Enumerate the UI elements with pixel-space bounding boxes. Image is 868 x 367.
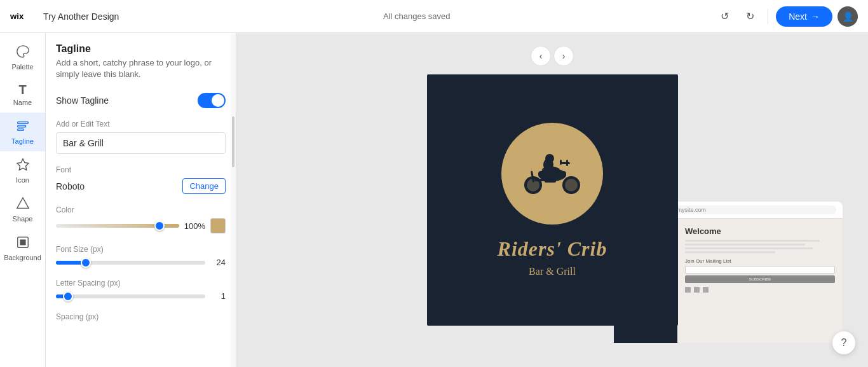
twitter-icon <box>694 287 700 293</box>
panel-description: Add a short, catchy phrase to your logo,… <box>56 57 226 80</box>
toggle-knob <box>212 94 224 107</box>
color-swatch[interactable] <box>210 218 226 233</box>
content-line-4 <box>685 251 775 253</box>
sidebar-name-label: Name <box>13 99 32 106</box>
sidebar-item-background[interactable]: Background <box>0 229 45 268</box>
font-section: Font Roboto Change <box>56 165 226 194</box>
website-welcome: Welcome <box>685 226 835 236</box>
panel-title: Tagline <box>56 43 226 55</box>
letter-spacing-fill <box>56 294 68 298</box>
all-changes-saved: All changes saved <box>383 11 451 21</box>
prev-arrow-icon: ‹ <box>539 51 543 61</box>
color-slider-thumb <box>154 221 165 231</box>
next-label: Next <box>789 11 807 22</box>
color-slider-track[interactable] <box>56 224 179 228</box>
header-divider <box>768 9 768 24</box>
letter-spacing-section: Letter Spacing (px) 1 <box>56 279 226 301</box>
color-label: Color <box>56 205 226 214</box>
sidebar-item-shape[interactable]: Shape <box>0 190 45 229</box>
show-tagline-toggle[interactable] <box>198 93 226 108</box>
subscribe-button-mock: SUBSCRIBE <box>685 275 835 283</box>
canvas-area: ‹ › <box>236 33 868 367</box>
brand-name: Riders' Crib <box>498 237 607 261</box>
font-size-value: 24 <box>210 258 226 267</box>
content-line-3 <box>685 247 813 249</box>
sidebar: Palette T Name Tagline Icon <box>0 33 46 367</box>
svg-rect-18 <box>534 179 546 181</box>
change-font-button[interactable]: Change <box>182 178 226 194</box>
letter-spacing-slider[interactable] <box>56 294 205 298</box>
sidebar-tagline-label: Tagline <box>11 137 34 145</box>
color-percent: 100% <box>184 221 205 231</box>
sidebar-item-palette[interactable]: Palette <box>0 38 45 77</box>
website-content: Welcome Join Our Mailing List SUBSCRIBE <box>677 219 843 343</box>
svg-rect-3 <box>17 129 23 131</box>
content-line-1 <box>685 240 820 242</box>
svg-point-21 <box>545 154 554 163</box>
color-section: Color 100% <box>56 205 226 233</box>
show-tagline-label: Show Tagline <box>56 95 109 106</box>
social-icons <box>685 287 835 293</box>
tagline-input[interactable] <box>56 132 226 154</box>
sidebar-item-name[interactable]: T Name <box>0 77 45 113</box>
logo-circle <box>501 123 603 225</box>
email-icon <box>703 287 709 293</box>
nav-arrows: ‹ › <box>531 46 574 66</box>
sidebar-item-icon[interactable]: Icon <box>0 151 45 190</box>
svg-rect-1 <box>17 122 28 124</box>
try-another-link[interactable]: Try Another Design <box>43 11 119 22</box>
next-button[interactable]: Next → <box>776 6 832 27</box>
wix-logo: wix <box>10 10 33 23</box>
svg-point-10 <box>565 179 578 191</box>
undo-button[interactable]: ↺ <box>714 6 735 27</box>
letter-spacing-thumb <box>63 291 73 301</box>
scrollbar-thumb <box>232 116 234 167</box>
panel: Tagline Add a short, catchy phrase to yo… <box>46 33 236 367</box>
sidebar-icon-label: Icon <box>16 176 29 184</box>
svg-rect-17 <box>545 175 556 183</box>
logo-preview-card: Riders' Crib Bar & Grill <box>427 74 678 326</box>
email-input-mock <box>685 266 835 274</box>
letter-spacing-row: 1 <box>56 291 226 301</box>
color-slider-row: 100% <box>56 218 226 233</box>
letter-spacing-value: 1 <box>210 291 226 301</box>
next-arrow-button[interactable]: › <box>553 46 574 66</box>
sidebar-shape-label: Shape <box>13 215 33 223</box>
add-edit-section: Add or Edit Text <box>56 120 226 165</box>
palette-icon <box>16 45 30 60</box>
sidebar-item-tagline[interactable]: Tagline <box>0 113 45 151</box>
motorcycle-icon <box>520 148 584 199</box>
tagline-display: Bar & Grill <box>529 266 576 277</box>
header: wix Try Another Design All changes saved… <box>0 0 868 33</box>
prev-arrow-button[interactable]: ‹ <box>531 46 551 66</box>
svg-rect-6 <box>20 239 25 245</box>
mailing-label: Join Our Mailing List <box>685 258 835 264</box>
tagline-icon <box>16 119 30 135</box>
redo-button[interactable]: ↻ <box>740 6 760 27</box>
font-row: Roboto Change <box>56 178 226 194</box>
svg-rect-2 <box>17 125 25 127</box>
help-button[interactable]: ? <box>832 331 855 354</box>
svg-rect-15 <box>560 160 562 165</box>
main-layout: Palette T Name Tagline Icon <box>0 33 868 367</box>
show-tagline-row: Show Tagline <box>56 93 226 108</box>
font-size-section: Font Size (px) 24 <box>56 245 226 267</box>
svg-text:wix: wix <box>10 11 24 21</box>
font-size-fill <box>56 261 86 265</box>
shape-icon <box>16 197 30 212</box>
svg-marker-4 <box>17 159 28 170</box>
scrollbar-track[interactable] <box>231 33 236 367</box>
next-arrow-icon: › <box>562 51 566 61</box>
background-icon <box>16 235 30 251</box>
avatar-icon: 👤 <box>843 11 853 22</box>
facebook-icon <box>685 287 691 293</box>
header-right: ↺ ↻ Next → 👤 <box>714 6 858 27</box>
add-edit-label: Add or Edit Text <box>56 120 226 128</box>
font-size-slider[interactable] <box>56 261 205 265</box>
sidebar-palette-label: Palette <box>11 63 33 71</box>
avatar-button[interactable]: 👤 <box>837 6 858 27</box>
size-row: 24 <box>56 258 226 267</box>
icon-tool-icon <box>16 158 30 174</box>
next-arrow-icon: → <box>811 11 820 22</box>
font-size-thumb <box>81 258 91 268</box>
